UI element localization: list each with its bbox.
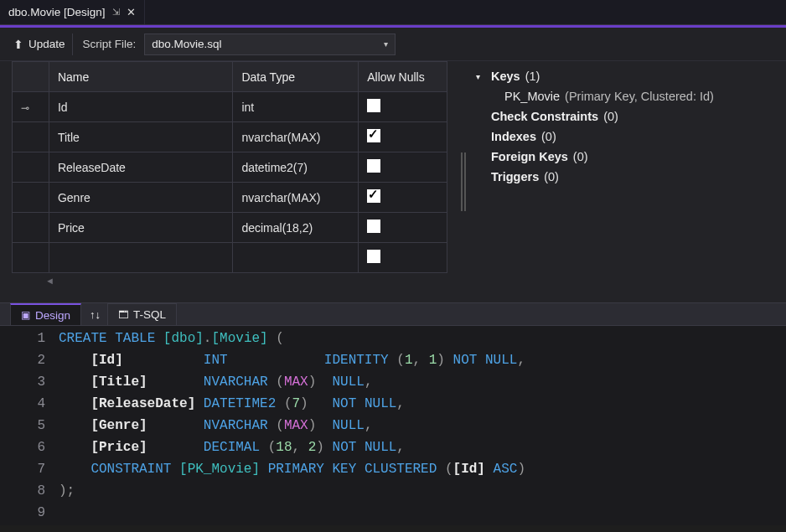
code-content[interactable]: CREATE TABLE [dbo].[Movie] ( [Id] INT ID… (59, 326, 525, 525)
row-key-cell[interactable] (13, 183, 49, 213)
row-key-cell[interactable] (13, 122, 49, 152)
allow-nulls-checkbox[interactable] (367, 159, 380, 173)
vertical-splitter[interactable] (458, 61, 469, 302)
tree-check-count: (0) (603, 110, 618, 123)
tree-node-keys[interactable]: ▾ Keys (1) (476, 70, 779, 83)
tree-trg-label: Triggers (491, 170, 539, 183)
row-key-cell[interactable] (13, 243, 49, 273)
horizontal-scroll-stub[interactable]: ◄ (12, 273, 458, 288)
caret-down-icon: ▾ (476, 72, 486, 81)
tree-check-label: Check Constraints (491, 110, 598, 123)
row-nulls-cell[interactable] (359, 152, 447, 183)
table-row[interactable] (13, 243, 447, 273)
tree-node-pk[interactable]: PK_Movie (Primary Key, Clustered: Id) (504, 90, 779, 103)
row-nulls-cell[interactable] (359, 213, 447, 243)
columns-grid[interactable]: Name Data Type Allow Nulls ⊸IdintTitlenv… (12, 61, 447, 273)
code-editor[interactable]: 123456789 CREATE TABLE [dbo].[Movie] ( [… (0, 326, 786, 525)
design-icon: ▣ (21, 309, 30, 321)
columns-grid-wrap: Name Data Type Allow Nulls ⊸IdintTitlenv… (0, 61, 458, 302)
row-nulls-cell[interactable] (359, 122, 447, 152)
row-nulls-cell[interactable] (359, 183, 447, 213)
row-name-cell[interactable] (49, 243, 232, 273)
primary-key-icon: ⊸ (21, 102, 29, 114)
tab-design-label: Design (35, 309, 70, 322)
tree-node-fk[interactable]: Foreign Keys (0) (476, 150, 779, 163)
close-icon[interactable]: ✕ (127, 6, 136, 18)
row-type-cell[interactable]: datetime2(7) (233, 152, 359, 183)
splitter-grip-icon (461, 152, 466, 211)
document-tab[interactable]: dbo.Movie [Design] ⇲ ✕ (0, 0, 145, 24)
tree-fk-label: Foreign Keys (491, 150, 568, 163)
tree-node-check[interactable]: Check Constraints (0) (476, 110, 779, 123)
tree-node-triggers[interactable]: Triggers (0) (476, 170, 779, 183)
tree-trg-count: (0) (544, 170, 559, 183)
tree-pk-name: PK_Movie (504, 90, 560, 103)
row-nulls-cell[interactable] (359, 243, 447, 273)
row-type-cell[interactable]: int (233, 92, 359, 122)
tree-fk-count: (0) (573, 150, 588, 163)
script-file-dropdown[interactable]: dbo.Movie.sql ▾ (144, 34, 396, 55)
grid-header-type[interactable]: Data Type (233, 62, 359, 92)
row-key-cell[interactable] (13, 152, 49, 183)
tree-idx-count: (0) (541, 130, 556, 143)
line-gutter: 123456789 (0, 326, 59, 525)
table-row[interactable]: ReleaseDatedatetime2(7) (13, 152, 447, 183)
script-file-value: dbo.Movie.sql (152, 38, 221, 50)
row-type-cell[interactable]: decimal(18,2) (233, 213, 359, 243)
document-tab-title: dbo.Movie [Design] (8, 6, 106, 18)
grid-header-name[interactable]: Name (49, 62, 232, 92)
tab-tsql[interactable]: 🗔 T-SQL (107, 303, 177, 325)
tree-pk-desc: (Primary Key, Clustered: Id) (565, 90, 714, 103)
table-row[interactable]: ⊸Idint (13, 92, 447, 122)
row-type-cell[interactable]: nvarchar(MAX) (233, 122, 359, 152)
tab-tsql-label: T-SQL (133, 308, 166, 321)
grid-header-key[interactable] (13, 62, 49, 92)
table-row[interactable]: Pricedecimal(18,2) (13, 213, 447, 243)
tree-keys-label: Keys (491, 70, 520, 83)
document-tab-bar: dbo.Movie [Design] ⇲ ✕ (0, 0, 786, 25)
script-file-label: Script File: (78, 38, 137, 50)
table-row[interactable]: Genrenvarchar(MAX) (13, 183, 447, 213)
table-row[interactable]: Titlenvarchar(MAX) (13, 122, 447, 152)
row-name-cell[interactable]: Genre (49, 183, 232, 213)
row-name-cell[interactable]: Title (49, 122, 232, 152)
allow-nulls-checkbox[interactable] (367, 99, 380, 112)
pane-tab-bar: ▣ Design ↑↓ 🗔 T-SQL (0, 302, 786, 326)
grid-header-nulls[interactable]: Allow Nulls (359, 62, 447, 92)
tree-keys-count: (1) (525, 70, 540, 83)
row-name-cell[interactable]: Price (49, 213, 232, 243)
row-key-cell[interactable] (13, 213, 49, 243)
row-nulls-cell[interactable] (359, 92, 447, 122)
row-type-cell[interactable]: nvarchar(MAX) (233, 183, 359, 213)
swap-icon[interactable]: ↑↓ (83, 303, 107, 325)
upload-icon: ⬆ (13, 38, 23, 51)
row-name-cell[interactable]: ReleaseDate (49, 152, 232, 183)
row-name-cell[interactable]: Id (49, 92, 232, 122)
row-type-cell[interactable] (233, 243, 359, 273)
update-button-label: Update (28, 38, 65, 50)
design-split-area: Name Data Type Allow Nulls ⊸IdintTitlenv… (0, 61, 786, 302)
table-properties-tree: ▾ Keys (1) PK_Movie (Primary Key, Cluste… (469, 61, 786, 302)
designer-toolbar: ⬆ Update Script File: dbo.Movie.sql ▾ (0, 28, 786, 61)
row-key-cell[interactable]: ⊸ (13, 92, 49, 122)
tree-idx-label: Indexes (491, 130, 536, 143)
tree-node-indexes[interactable]: Indexes (0) (476, 130, 779, 143)
pin-icon[interactable]: ⇲ (112, 7, 120, 18)
allow-nulls-checkbox[interactable] (367, 220, 380, 233)
tsql-icon: 🗔 (118, 309, 128, 321)
allow-nulls-checkbox[interactable] (367, 189, 380, 203)
allow-nulls-checkbox[interactable] (367, 250, 380, 263)
chevron-down-icon: ▾ (384, 39, 388, 49)
update-button[interactable]: ⬆ Update (7, 34, 73, 55)
tab-design[interactable]: ▣ Design (10, 303, 81, 325)
allow-nulls-checkbox[interactable] (367, 129, 380, 142)
